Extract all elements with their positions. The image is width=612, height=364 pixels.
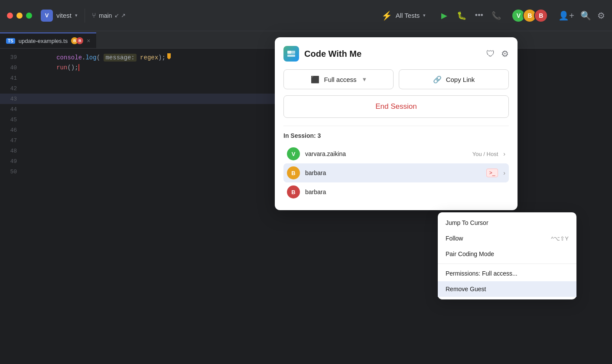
cwm-settings-icon[interactable]: ⚙ — [501, 49, 509, 59]
add-user-icon[interactable]: 👤+ — [558, 10, 574, 21]
debug-button[interactable]: 🐛 — [455, 9, 468, 22]
cwm-header: Code With Me 🛡 ⚙ — [283, 46, 509, 62]
branch-name: main — [99, 12, 112, 19]
branch-arrows-icon: ↙ ↗ — [114, 12, 126, 19]
context-menu-item-pair[interactable]: Pair Coding Mode — [438, 246, 576, 262]
code-line-46: 46 — [0, 125, 277, 135]
branch-selector[interactable]: ⑂ main ↙ ↗ — [92, 12, 126, 20]
ctx-label-permissions: Permissions: Full access... — [446, 270, 518, 277]
participant-name-barbara-1: barbara — [305, 169, 481, 176]
code-line-47: 47 — [0, 135, 277, 146]
project-selector[interactable]: V vitest ▾ — [41, 10, 78, 22]
tab-filename: update-examples.ts — [19, 38, 68, 44]
participant-barbara-2[interactable]: B barbara — [283, 182, 509, 202]
more-button[interactable]: ••• — [472, 9, 485, 22]
code-line-42: 42 — [0, 83, 277, 94]
chevron-icon-2: › — [503, 169, 505, 176]
lightning-icon: ⚡ — [381, 10, 392, 21]
link-icon: 🔗 — [433, 75, 442, 84]
chevron-down-icon: ▾ — [75, 13, 78, 18]
cwm-header-icons: 🛡 ⚙ — [486, 49, 509, 59]
participant-varvara[interactable]: V varvara.zaikina You / Host › — [283, 144, 509, 163]
code-lines: 39 console.log( message: regex); 40 run(… — [0, 49, 277, 180]
cwm-divider — [283, 126, 509, 126]
context-menu: Jump To Cursor Follow ^⌥⇧Y Pair Coding M… — [438, 212, 576, 299]
run-button[interactable]: ▶ — [438, 9, 451, 22]
cwm-actions: ⬛ Full access ▾ 🔗 Copy Link — [283, 69, 509, 89]
end-session-button[interactable]: End Session — [283, 95, 509, 118]
code-line-44: 44 — [0, 104, 277, 114]
cwm-title: Code With Me — [304, 49, 361, 59]
toolbar-actions: ▶ 🐛 ••• 📞 — [438, 9, 503, 22]
participant-name-varvara: varvara.zaikina — [305, 150, 465, 157]
code-line-45: 45 — [0, 114, 277, 125]
avatar-b2: B — [287, 185, 300, 198]
context-menu-item-permissions[interactable]: Permissions: Full access... — [438, 266, 576, 281]
ts-badge: TS — [6, 38, 15, 44]
settings-icon[interactable]: ⚙ — [597, 10, 605, 21]
svg-rect-1 — [291, 51, 295, 54]
chevron-icon: › — [503, 150, 505, 157]
minimize-button[interactable] — [16, 13, 23, 19]
context-menu-item-follow[interactable]: Follow ^⌥⇧Y — [438, 231, 576, 246]
session-title: In Session: 3 — [283, 132, 509, 139]
titlebar: V vitest ▾ ⑂ main ↙ ↗ ⚡ All Tests ▾ ▶ 🐛 … — [0, 0, 612, 31]
avatar-b1: B — [287, 166, 300, 179]
divider — [85, 9, 85, 23]
project-icon: V — [41, 10, 53, 22]
code-line-48: 48 — [0, 146, 277, 156]
context-menu-item-jump[interactable]: Jump To Cursor — [438, 215, 576, 231]
tab-close-icon[interactable]: × — [87, 37, 90, 44]
access-dropdown-button[interactable]: ⬛ Full access ▾ — [283, 69, 394, 89]
all-tests-label: All Tests — [396, 12, 420, 19]
code-editor[interactable]: 39 console.log( message: regex); 40 run(… — [0, 49, 277, 364]
cwm-logo — [283, 46, 299, 62]
project-name: vitest — [56, 12, 72, 19]
code-line-50: 50 — [0, 166, 277, 177]
traffic-lights — [7, 13, 32, 19]
code-line-40: 40 run(); — [0, 62, 277, 73]
right-icons: 👤+ 🔍 ⚙ — [558, 10, 605, 21]
tab-avatar-b2: B — [76, 37, 83, 44]
ctx-shortcut-follow: ^⌥⇧Y — [551, 235, 569, 242]
svg-rect-0 — [287, 51, 291, 54]
copy-link-label: Copy Link — [446, 76, 475, 83]
user-avatars: V B B — [511, 9, 548, 23]
code-line-49: 49 — [0, 156, 277, 166]
copy-link-button[interactable]: 🔗 Copy Link — [399, 69, 509, 89]
all-tests-chevron-icon: ▾ — [423, 13, 426, 18]
all-tests-button[interactable]: ⚡ All Tests ▾ — [381, 10, 426, 21]
avatar-v: V — [287, 147, 300, 160]
code-line-43: 43 — [0, 94, 277, 104]
access-chevron-icon: ▾ — [363, 75, 366, 83]
ctx-label-pair: Pair Coding Mode — [446, 250, 494, 257]
maximize-button[interactable] — [26, 13, 32, 19]
terminal-icon: ⬛ — [311, 75, 319, 84]
access-label: Full access — [324, 76, 356, 83]
search-icon[interactable]: 🔍 — [580, 10, 591, 21]
ctx-label-jump: Jump To Cursor — [446, 219, 488, 226]
participant-barbara-1[interactable]: B barbara >_ › — [283, 163, 509, 182]
cwm-shield-icon[interactable]: 🛡 — [486, 49, 495, 59]
tab-avatars: B B — [71, 37, 83, 44]
participant-name-barbara-2: barbara — [305, 188, 505, 195]
svg-rect-2 — [287, 55, 295, 57]
participant-role-varvara: You / Host — [472, 151, 498, 157]
cwm-popup: Code With Me 🛡 ⚙ ⬛ Full access ▾ 🔗 Copy … — [275, 37, 518, 210]
ctx-label-remove: Remove Guest — [446, 286, 486, 292]
terminal-badge: >_ — [486, 169, 498, 177]
close-button[interactable] — [7, 13, 13, 19]
git-branch-icon: ⑂ — [92, 12, 96, 20]
context-menu-item-remove[interactable]: Remove Guest — [438, 281, 576, 297]
end-session-label: End Session — [375, 102, 417, 110]
cwm-title-row: Code With Me — [283, 46, 361, 62]
ctx-divider — [438, 263, 576, 264]
avatar-barbara-2[interactable]: B — [534, 9, 548, 23]
tab-update-examples[interactable]: TS update-examples.ts B B × — [0, 32, 96, 48]
ctx-label-follow: Follow — [446, 235, 463, 242]
phone-icon[interactable]: 📞 — [490, 9, 503, 22]
